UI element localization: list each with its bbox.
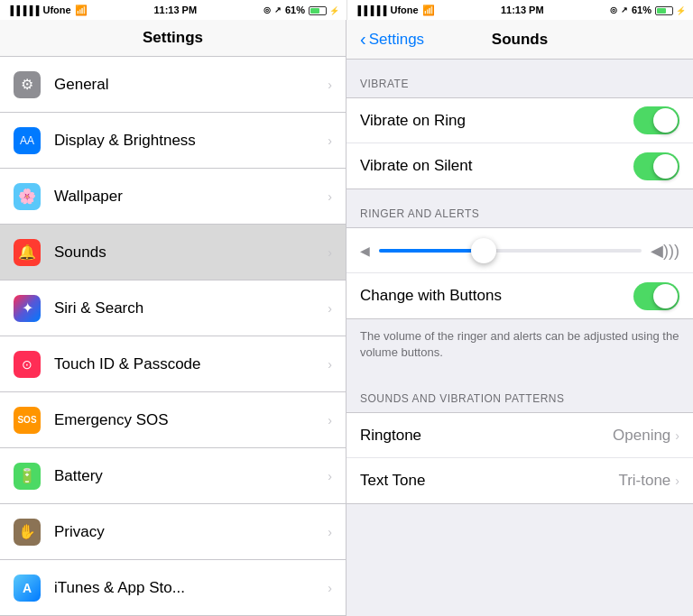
sounds-label: Sounds [54, 244, 328, 262]
sidebar-item-battery[interactable]: 🔋 Battery › [0, 448, 346, 504]
sidebar-item-display[interactable]: AA Display & Brightness › [0, 113, 346, 169]
text-tone-row[interactable]: Text Tone Tri-tone › [346, 458, 693, 503]
right-wifi-icon: 📶 [422, 5, 435, 16]
wallpaper-icon: 🌸 [14, 183, 41, 210]
right-carrier-name: Ufone [390, 5, 418, 15]
battery-percent: 61% [285, 5, 305, 15]
sidebar-item-touchid[interactable]: ⊙ Touch ID & Passcode › [0, 336, 346, 392]
display-icon: AA [14, 127, 41, 154]
siri-label: Siri & Search [54, 299, 328, 317]
sidebar-item-itunes[interactable]: A iTunes & App Sto... › [0, 560, 346, 616]
right-status-right: ◎ ↗ 61% ⚡ [610, 5, 686, 15]
change-buttons-toggle[interactable] [633, 282, 679, 310]
left-status-carrier: ▐▐▐▐▐ Ufone 📶 [7, 5, 88, 16]
privacy-chevron: › [328, 525, 332, 539]
vibrate-silent-row[interactable]: Vibrate on Silent [346, 143, 693, 188]
ringtone-chevron: › [675, 428, 679, 443]
vibrate-header: VIBRATE [346, 60, 693, 97]
sidebar-item-sounds[interactable]: 🔔 Sounds › [0, 225, 346, 280]
back-chevron-icon: ‹ [360, 29, 366, 50]
description-box: The volume of the ringer and alerts can … [346, 319, 693, 374]
ringtone-value: Opening [613, 427, 670, 445]
sidebar-item-general[interactable]: ⚙ General › [0, 57, 346, 113]
display-label: Display & Brightness [54, 132, 328, 150]
sounds-icon: 🔔 [14, 239, 41, 266]
wifi-icon: 📶 [75, 5, 88, 16]
battery-chevron: › [328, 469, 332, 483]
text-tone-value: Tri-tone [618, 472, 670, 490]
sos-label: Emergency SOS [54, 411, 328, 429]
itunes-icon: A [14, 575, 41, 602]
general-label: General [54, 76, 328, 94]
ringer-group: ◀ ◀))) Change with Buttons [346, 227, 693, 319]
sidebar-item-wallpaper[interactable]: 🌸 Wallpaper › [0, 169, 346, 225]
volume-slider-track[interactable] [379, 249, 642, 253]
general-chevron: › [328, 78, 332, 92]
right-panel: ‹ Settings Sounds VIBRATE Vibrate on Rin… [346, 20, 693, 616]
text-tone-label: Text Tone [360, 472, 618, 490]
change-buttons-knob [653, 284, 678, 308]
patterns-section: SOUNDS AND VIBRATION PATTERNS Ringtone O… [346, 374, 693, 504]
volume-high-icon: ◀))) [651, 241, 679, 261]
siri-icon: ✦ [14, 295, 41, 322]
back-label: Settings [369, 31, 424, 49]
wallpaper-label: Wallpaper [54, 188, 328, 206]
right-panel-title: Sounds [492, 31, 548, 49]
vibrate-ring-knob [653, 108, 678, 133]
vibrate-silent-knob [653, 154, 678, 179]
right-status-bar: ▐▐▐▐▐ Ufone 📶 11:13 PM ◎ ↗ 61% ⚡ [346, 0, 693, 20]
itunes-label: iTunes & App Sto... [54, 579, 328, 597]
sos-chevron: › [328, 413, 332, 428]
location-icon: ◎ [263, 5, 271, 14]
vibrate-ring-toggle[interactable] [633, 106, 679, 134]
general-icon: ⚙ [14, 71, 41, 98]
signal-icon: ▐▐▐▐▐ [7, 5, 39, 15]
patterns-group: Ringtone Opening › Text Tone Tri-tone › [346, 412, 693, 504]
right-time: 11:13 PM [501, 5, 544, 15]
sos-icon: SOS [14, 407, 41, 434]
battery-icon-item: 🔋 [14, 463, 41, 490]
right-battery-percent: 61% [632, 5, 651, 15]
vibrate-ring-label: Vibrate on Ring [360, 112, 633, 130]
display-chevron: › [328, 133, 332, 148]
vibrate-ring-row[interactable]: Vibrate on Ring [346, 98, 693, 143]
back-button[interactable]: ‹ Settings [360, 29, 424, 50]
left-panel: Settings ⚙ General › AA Display & Bright… [0, 20, 346, 616]
left-panel-title: Settings [143, 29, 203, 47]
patterns-header: SOUNDS AND VIBRATION PATTERNS [346, 374, 693, 412]
carrier-name: Ufone [42, 5, 70, 15]
ringer-section: RINGER AND ALERTS ◀ ◀))) Change with But… [346, 189, 693, 319]
vibrate-group: Vibrate on Ring Vibrate on Silent [346, 97, 693, 189]
sidebar-item-privacy[interactable]: ✋ Privacy › [0, 504, 346, 560]
vibrate-silent-toggle[interactable] [633, 152, 679, 180]
itunes-chevron: › [328, 581, 332, 595]
volume-slider-row[interactable]: ◀ ◀))) [346, 228, 693, 273]
settings-list: ⚙ General › AA Display & Brightness › 🌸 … [0, 57, 346, 616]
volume-slider-thumb[interactable] [471, 238, 496, 263]
sounds-chevron: › [328, 245, 332, 260]
right-panel-header: ‹ Settings Sounds [346, 20, 693, 60]
battery-icon: ⚡ [309, 5, 339, 15]
right-status-carrier: ▐▐▐▐▐ Ufone 📶 [355, 5, 435, 16]
ringtone-label: Ringtone [360, 427, 613, 445]
left-status-bar: ▐▐▐▐▐ Ufone 📶 11:13 PM ◎ ↗ 61% ⚡ [0, 0, 346, 20]
right-location-icon: ◎ [610, 5, 617, 14]
privacy-icon: ✋ [14, 519, 41, 546]
vibrate-silent-label: Vibrate on Silent [360, 157, 633, 175]
siri-chevron: › [328, 301, 332, 316]
status-bars: ▐▐▐▐▐ Ufone 📶 11:13 PM ◎ ↗ 61% ⚡ ▐▐▐▐▐ U… [0, 0, 693, 20]
arrow-icon: ↗ [274, 5, 282, 14]
volume-low-icon: ◀ [360, 244, 370, 258]
description-text: The volume of the ringer and alerts can … [360, 329, 679, 359]
sidebar-item-siri[interactable]: ✦ Siri & Search › [0, 280, 346, 336]
touchid-label: Touch ID & Passcode [54, 355, 328, 373]
left-time: 11:13 PM [153, 5, 197, 15]
ringer-header: RINGER AND ALERTS [346, 189, 693, 227]
sidebar-item-sos[interactable]: SOS Emergency SOS › [0, 392, 346, 448]
volume-slider-fill [379, 249, 484, 253]
ringtone-row[interactable]: Ringtone Opening › [346, 413, 693, 458]
change-buttons-row[interactable]: Change with Buttons [346, 273, 693, 318]
wallpaper-chevron: › [328, 189, 332, 204]
privacy-label: Privacy [54, 523, 328, 541]
right-signal-icon: ▐▐▐▐▐ [355, 5, 386, 15]
